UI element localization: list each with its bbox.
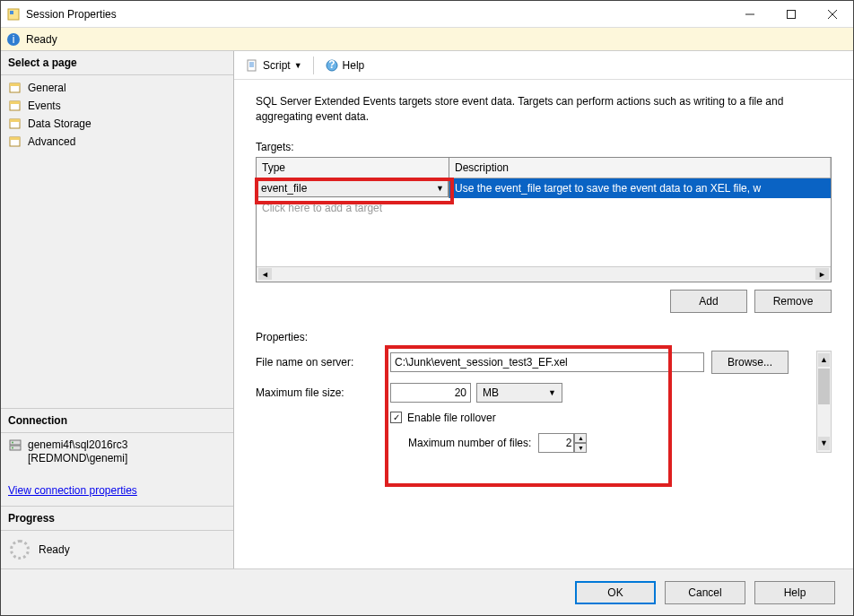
column-header-description[interactable]: Description (449, 158, 831, 178)
window-controls (729, 1, 853, 28)
max-files-label: Maximum number of files: (408, 437, 531, 449)
user-name: [REDMOND\genemi] (28, 452, 127, 466)
column-header-type[interactable]: Type (257, 158, 449, 178)
svg-rect-13 (10, 119, 20, 122)
file-name-input[interactable] (390, 352, 704, 372)
close-button[interactable] (812, 1, 853, 28)
enable-rollover-checkbox[interactable]: ✓ (390, 412, 402, 423)
connection-heading: Connection (1, 409, 233, 433)
svg-rect-17 (10, 446, 21, 450)
max-size-input[interactable] (390, 383, 471, 403)
svg-rect-1 (10, 11, 13, 14)
progress-spinner-icon (10, 540, 30, 560)
targets-label: Targets: (256, 141, 832, 153)
chevron-down-icon: ▼ (548, 388, 556, 397)
progress-heading: Progress (1, 506, 233, 531)
help-dialog-button[interactable]: Help (754, 581, 835, 604)
scroll-right-icon[interactable]: ► (815, 268, 829, 280)
page-list: General Events Data Storage Advanced (1, 75, 233, 154)
svg-rect-11 (10, 101, 20, 104)
svg-rect-3 (788, 10, 796, 18)
progress-body: Ready (1, 531, 233, 568)
horizontal-scrollbar[interactable]: ◄ ► (257, 266, 831, 282)
svg-text:?: ? (328, 58, 335, 71)
help-icon: ? (325, 58, 339, 73)
server-name: genemi4f\sql2016rc3 (28, 438, 127, 453)
script-label: Script (263, 59, 291, 72)
app-icon (6, 7, 21, 22)
remove-button[interactable]: Remove (754, 290, 832, 313)
script-button[interactable]: Script ▼ (241, 56, 306, 74)
sidebar-item-label: General (28, 82, 66, 94)
scroll-left-icon[interactable]: ◄ (258, 268, 272, 280)
svg-rect-16 (10, 440, 21, 445)
connection-section: Connection genemi4f\sql2016rc3 [REDMOND\… (1, 408, 233, 506)
max-files-stepper[interactable]: ▲ ▼ (538, 433, 587, 453)
view-connection-properties-link[interactable]: View connection properties (1, 484, 137, 506)
toolbar-separator (313, 56, 314, 74)
scroll-down-icon[interactable]: ▼ (818, 437, 830, 450)
dialog-buttons: OK Cancel Help (1, 568, 853, 615)
sidebar-item-general[interactable]: General (1, 79, 233, 97)
svg-text:i: i (13, 33, 15, 46)
sidebar-item-events[interactable]: Events (1, 97, 233, 115)
vertical-scrollbar[interactable]: ▲ ▼ (816, 351, 832, 453)
add-button[interactable]: Add (670, 290, 747, 313)
enable-rollover-label: Enable file rollover (407, 412, 496, 424)
sidebar: Select a page General Events Data Storag… (1, 51, 234, 568)
svg-rect-20 (248, 60, 256, 71)
properties-form: File name on server: Browse... Maximum f… (256, 351, 809, 453)
placeholder-text: Click here to add a target (257, 198, 449, 218)
content-pane: Script ▼ ? Help SQL Server Extended Even… (234, 51, 853, 568)
svg-point-19 (12, 447, 13, 448)
window-title: Session Properties (26, 8, 729, 21)
scroll-up-icon[interactable]: ▲ (818, 353, 830, 367)
max-size-label: Maximum file size: (256, 386, 390, 399)
properties-label: Properties: (256, 331, 832, 343)
page-icon (8, 99, 22, 113)
sidebar-item-data-storage[interactable]: Data Storage (1, 115, 233, 133)
max-files-input[interactable] (538, 433, 574, 453)
script-icon (245, 58, 259, 73)
size-unit-dropdown[interactable]: MB ▼ (476, 383, 562, 403)
help-label: Help (343, 59, 365, 72)
table-row[interactable]: event_file ▼ Use the event_file target t… (257, 178, 831, 198)
maximize-button[interactable] (771, 1, 812, 28)
svg-rect-15 (10, 137, 20, 140)
sidebar-item-advanced[interactable]: Advanced (1, 133, 233, 151)
size-unit-value: MB (483, 386, 499, 399)
page-icon (8, 117, 22, 131)
targets-table: Type Description event_file ▼ Use the ev… (256, 157, 832, 282)
intro-text: SQL Server Extended Events targets store… (256, 94, 832, 125)
sidebar-item-label: Events (28, 100, 61, 112)
svg-rect-9 (10, 83, 20, 86)
content-toolbar: Script ▼ ? Help (234, 51, 853, 80)
server-icon (8, 438, 22, 453)
status-bar: i Ready (1, 28, 853, 51)
select-page-heading: Select a page (1, 51, 233, 75)
scrollbar-thumb[interactable] (818, 369, 830, 404)
target-type-dropdown[interactable]: event_file ▼ (257, 179, 449, 197)
svg-point-18 (12, 441, 13, 443)
page-icon (8, 134, 22, 149)
stepper-down-icon[interactable]: ▼ (574, 443, 587, 453)
file-name-label: File name on server: (256, 356, 390, 369)
status-text: Ready (26, 33, 57, 46)
cancel-button[interactable]: Cancel (665, 581, 745, 604)
chevron-down-icon: ▼ (436, 184, 444, 193)
sidebar-item-label: Data Storage (28, 117, 92, 130)
ok-button[interactable]: OK (575, 581, 656, 604)
info-icon: i (6, 32, 21, 47)
dropdown-arrow-icon: ▼ (294, 61, 302, 70)
titlebar: Session Properties (1, 1, 853, 28)
add-target-row[interactable]: Click here to add a target (257, 198, 831, 218)
stepper-up-icon[interactable]: ▲ (574, 433, 587, 443)
page-icon (8, 81, 22, 95)
progress-text: Ready (39, 543, 70, 556)
browse-button[interactable]: Browse... (711, 351, 789, 374)
minimize-button[interactable] (729, 1, 771, 28)
help-button[interactable]: ? Help (321, 56, 369, 74)
target-type-value: event_file (261, 182, 307, 195)
target-description: Use the event_file target to save the ev… (449, 178, 831, 198)
sidebar-item-label: Advanced (28, 135, 75, 148)
